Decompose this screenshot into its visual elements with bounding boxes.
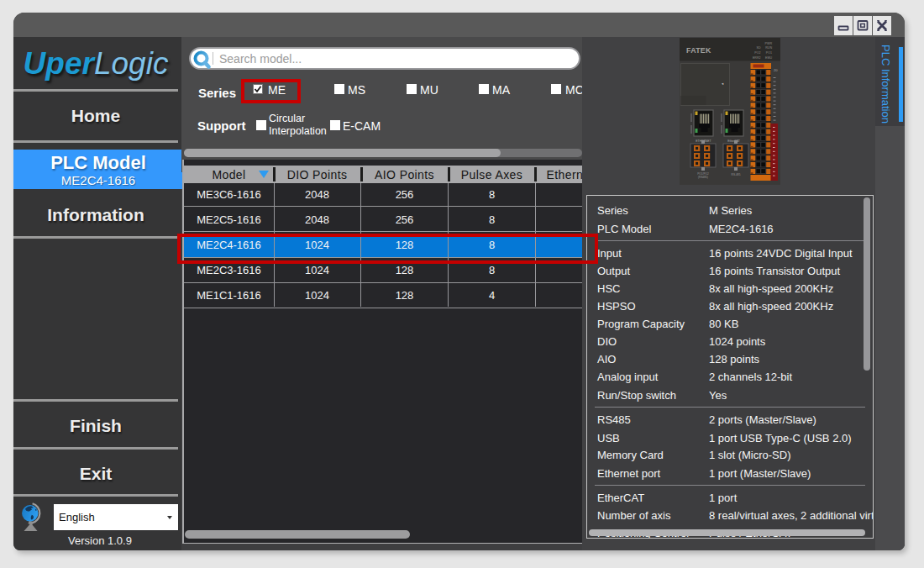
svg-text:PO1: PO1 [766, 51, 772, 55]
svg-text:EtherCAT: EtherCAT [727, 139, 740, 143]
svg-text:EMU: EMU [765, 56, 772, 60]
svg-text:RS-485: RS-485 [732, 173, 741, 176]
svg-text:PO2: PO2 [754, 51, 760, 55]
svg-text:RUN: RUN [765, 46, 772, 50]
svg-text:ERR2: ERR2 [753, 56, 761, 60]
svg-text:FATEK: FATEK [686, 46, 711, 55]
svg-text:20: 20 [774, 68, 778, 72]
svg-text:SD: SD [757, 46, 761, 50]
svg-text:PWR: PWR [765, 42, 773, 45]
svg-text:(RS485): (RS485) [698, 176, 708, 179]
